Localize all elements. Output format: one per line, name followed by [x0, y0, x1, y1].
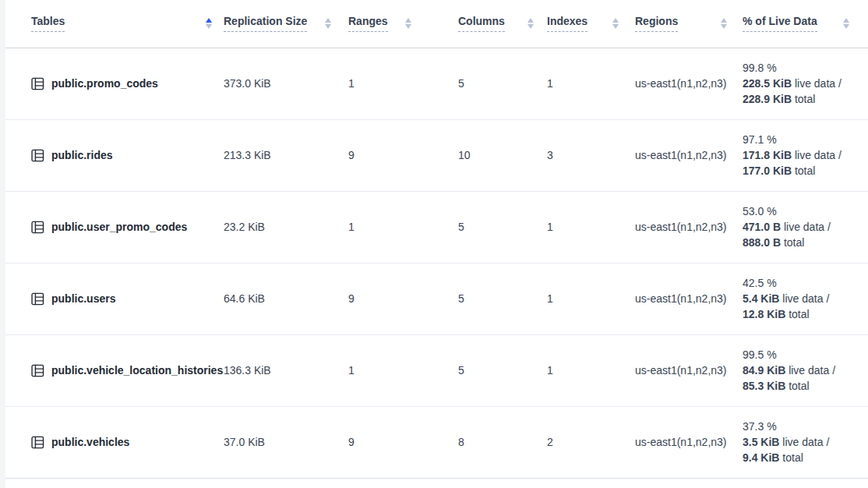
table-name-link[interactable]: public.user_promo_codes	[51, 221, 187, 233]
tables-table: Tables Replication Size Ranges Columns	[5, 0, 868, 479]
column-header-label[interactable]: Tables	[31, 15, 65, 32]
table-name-link[interactable]: public.promo_codes	[51, 77, 158, 90]
sort-asc-icon	[405, 18, 411, 23]
table-name-link[interactable]: public.rides	[51, 149, 113, 161]
table-row: public.rides 213.3 KiB 9 10 3 us-east1(n…	[5, 119, 868, 191]
table-icon	[31, 77, 44, 90]
live-data-line: 228.5 KiB live data /	[743, 76, 860, 91]
total-size-label: total	[785, 308, 809, 320]
live-size: 228.5 KiB	[743, 77, 792, 90]
ranges-value: 9	[348, 436, 355, 448]
live-data-cell: 97.1 % 171.8 KiB live data / 177.0 KiB t…	[743, 132, 868, 179]
columns-value: 5	[458, 364, 464, 377]
table-row: public.vehicle_location_histories 136.3 …	[5, 334, 868, 406]
sort-desc-icon	[206, 24, 212, 29]
ranges-value: 1	[348, 364, 355, 377]
live-data-cell: 99.5 % 84.9 KiB live data / 85.3 KiB tot…	[743, 347, 868, 394]
sort-asc-icon	[528, 18, 534, 23]
live-data-line: 3.5 KiB live data /	[743, 434, 860, 450]
live-size-label: live data /	[792, 149, 842, 161]
live-percent: 42.5 %	[743, 275, 860, 291]
indexes-value: 1	[547, 221, 553, 233]
total-data-line: 12.8 KiB total	[743, 306, 860, 322]
total-size-label: total	[792, 93, 815, 105]
table-name-link[interactable]: public.vehicles	[51, 436, 129, 448]
table-row: public.promo_codes 373.0 KiB 1 5 1 us-ea…	[5, 48, 868, 119]
column-header-columns[interactable]: Columns	[458, 0, 547, 48]
columns-value: 5	[458, 292, 464, 305]
sort-arrows[interactable]	[325, 18, 331, 29]
table-header-row: Tables Replication Size Ranges Columns	[5, 0, 868, 48]
column-header-live_data[interactable]: % of Live Data	[743, 0, 868, 48]
total-data-line: 228.9 KiB total	[743, 91, 860, 107]
sort-arrows[interactable]	[206, 18, 212, 29]
live-data-line: 171.8 KiB live data /	[743, 147, 860, 163]
sort-arrows[interactable]	[612, 18, 619, 29]
columns-value: 5	[458, 77, 464, 90]
indexes-value: 1	[547, 77, 553, 90]
replication-size-value: 213.3 KiB	[224, 149, 271, 161]
live-percent: 53.0 %	[743, 203, 860, 219]
total-data-line: 9.4 KiB total	[743, 450, 860, 465]
column-header-regions[interactable]: Regions	[635, 0, 743, 48]
column-header-label[interactable]: Ranges	[348, 15, 388, 32]
table-body: public.promo_codes 373.0 KiB 1 5 1 us-ea…	[5, 48, 868, 478]
sort-asc-icon	[721, 18, 727, 23]
table-name-link[interactable]: public.vehicle_location_histories	[51, 364, 223, 377]
live-data-line: 84.9 KiB live data /	[743, 362, 860, 378]
sort-desc-icon	[325, 24, 331, 29]
regions-value: us-east1(n1,n2,n3)	[635, 221, 727, 233]
columns-value: 10	[458, 149, 471, 161]
replication-size-value: 64.6 KiB	[224, 292, 265, 305]
table-row: public.users 64.6 KiB 9 5 1 us-east1(n1,…	[5, 263, 868, 334]
column-header-indexes[interactable]: Indexes	[547, 0, 635, 48]
ranges-value: 9	[348, 149, 355, 161]
regions-value: us-east1(n1,n2,n3)	[635, 149, 727, 161]
column-header-tables[interactable]: Tables	[5, 0, 224, 48]
column-header-ranges[interactable]: Ranges	[348, 0, 458, 48]
column-header-label[interactable]: Columns	[458, 15, 505, 32]
table-icon	[31, 221, 44, 234]
column-header-label[interactable]: Indexes	[547, 15, 587, 32]
total-size: 85.3 KiB	[743, 380, 785, 392]
sort-arrows[interactable]	[843, 18, 849, 29]
sort-arrows[interactable]	[721, 18, 727, 29]
sort-asc-icon	[206, 18, 212, 23]
sort-asc-icon	[325, 18, 331, 23]
replication-size-value: 373.0 KiB	[224, 77, 271, 90]
regions-value: us-east1(n1,n2,n3)	[635, 436, 727, 448]
sort-arrows[interactable]	[405, 18, 411, 29]
total-size: 228.9 KiB	[743, 93, 792, 105]
column-header-label[interactable]: Replication Size	[224, 15, 307, 32]
table-icon	[31, 292, 44, 306]
indexes-value: 2	[547, 436, 553, 448]
sort-asc-icon	[612, 18, 619, 23]
total-size: 9.4 KiB	[743, 451, 779, 464]
live-data-line: 5.4 KiB live data /	[743, 291, 860, 306]
total-size: 12.8 KiB	[743, 308, 785, 320]
live-size-label: live data /	[792, 77, 842, 90]
column-header-label[interactable]: % of Live Data	[743, 15, 817, 32]
column-header-label[interactable]: Regions	[635, 15, 678, 32]
sort-desc-icon	[612, 24, 619, 29]
live-size: 3.5 KiB	[743, 436, 779, 448]
replication-size-value: 136.3 KiB	[224, 364, 271, 377]
live-percent: 97.1 %	[743, 132, 860, 147]
live-size-label: live data /	[779, 292, 829, 305]
column-header-replication_size[interactable]: Replication Size	[224, 0, 348, 48]
indexes-value: 1	[547, 364, 553, 377]
table-name-link[interactable]: public.users	[51, 292, 115, 305]
regions-value: us-east1(n1,n2,n3)	[635, 364, 727, 377]
columns-value: 8	[458, 436, 464, 448]
total-size-label: total	[785, 380, 809, 392]
indexes-value: 3	[547, 149, 553, 161]
tables-panel: Tables Replication Size Ranges Columns	[5, 0, 868, 488]
total-size-label: total	[781, 236, 804, 249]
live-data-cell: 42.5 % 5.4 KiB live data / 12.8 KiB tota…	[743, 275, 868, 322]
total-data-line: 888.0 B total	[743, 235, 860, 250]
sort-arrows[interactable]	[528, 18, 534, 29]
live-percent: 99.5 %	[743, 347, 860, 362]
live-data-cell: 37.3 % 3.5 KiB live data / 9.4 KiB total	[743, 419, 868, 465]
table-icon	[31, 149, 44, 162]
live-size-label: live data /	[781, 221, 831, 233]
